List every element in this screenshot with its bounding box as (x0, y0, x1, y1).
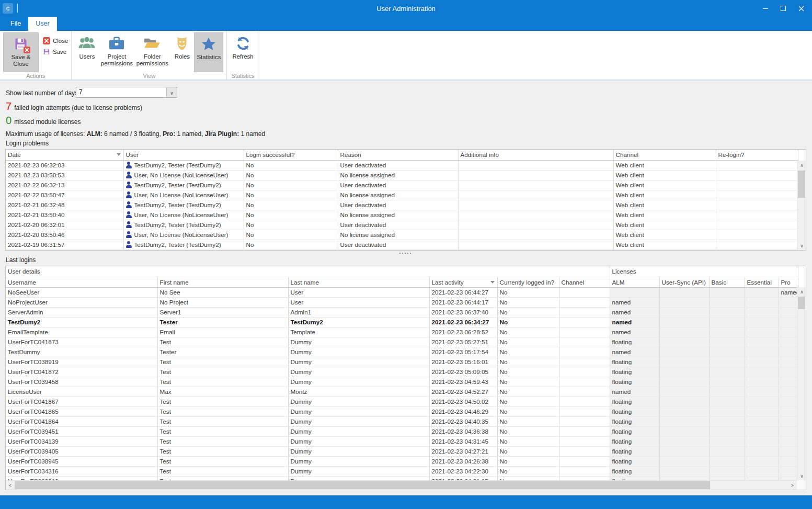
column-header[interactable]: Last name (288, 277, 429, 287)
cell: Web client (613, 240, 716, 250)
cell: No (497, 406, 559, 416)
column-header[interactable]: Basic (709, 277, 745, 287)
table-row[interactable]: EmailTemplateEmailTemplate2021-02-23 06:… (6, 327, 798, 337)
minimize-button[interactable] (759, 2, 772, 15)
table-row[interactable]: 2021-02-21 06:32:48TestDumy2, Tester (Te… (6, 200, 798, 210)
column-header[interactable]: Additional info (458, 150, 613, 160)
statistics-button[interactable]: Statistics (194, 32, 223, 72)
horizontal-scrollbar[interactable] (6, 480, 797, 490)
column-header[interactable]: Reason (338, 150, 458, 160)
user-icon (126, 231, 132, 238)
column-header[interactable]: Re-login? (716, 150, 798, 160)
close-button[interactable]: Close (43, 37, 68, 44)
tab-user[interactable]: User (28, 17, 56, 31)
column-header[interactable]: Essential (745, 277, 779, 287)
maximize-button[interactable] (776, 2, 790, 15)
column-header[interactable]: User-Sync (API) (659, 277, 709, 287)
users-button[interactable]: Users (75, 32, 99, 72)
column-header[interactable]: User (123, 150, 244, 160)
table-row[interactable]: UserForTC039405TestDummy2021-02-23 04:27… (6, 446, 798, 456)
scroll-up-icon[interactable] (797, 161, 806, 169)
roles-button[interactable]: Roles (170, 32, 194, 72)
cell: TestDumy2, Tester (TestDumy2) (123, 240, 244, 250)
table-row[interactable]: TestDummyTesterDummy2021-02-23 05:17:54N… (6, 347, 798, 357)
table-row[interactable]: 2021-02-20 03:50:46User, No License (NoL… (6, 230, 798, 240)
save-close-button[interactable]: Save & Close (3, 32, 39, 72)
cell (559, 387, 610, 397)
usage-segment: ALM: (87, 130, 102, 138)
table-row[interactable]: LicenseUserMaxMoritz2021-02-23 04:52:27N… (6, 387, 798, 397)
cell (745, 337, 779, 347)
cell: Web client (613, 160, 716, 170)
column-header[interactable]: Username (6, 277, 157, 287)
project-permissions-button[interactable]: Project permissions (99, 32, 134, 72)
cell (779, 416, 798, 426)
close-window-button[interactable] (794, 2, 808, 15)
scroll-right-icon[interactable] (788, 481, 797, 490)
scroll-left-icon[interactable] (6, 481, 15, 490)
cell: ServerAdmin (6, 307, 157, 317)
column-header[interactable]: Channel (559, 277, 610, 287)
scrollbar-thumb[interactable] (798, 297, 805, 309)
scroll-down-icon[interactable] (797, 241, 806, 250)
cell (779, 456, 798, 466)
table-row[interactable]: UserForTC034316TestDummy2021-02-23 04:22… (6, 466, 798, 476)
cell: 2021-02-19 06:31:57 (6, 240, 123, 250)
table-row[interactable]: UserForTC041864TestDummy2021-02-23 04:40… (6, 416, 798, 426)
scroll-up-icon[interactable] (797, 287, 806, 296)
close-label: Close (53, 38, 68, 44)
scrollbar-thumb[interactable] (15, 481, 710, 489)
table-row[interactable]: 2021-02-23 03:50:53User, No License (NoL… (6, 170, 798, 180)
table-row[interactable]: UserForTC038919TestDummy2021-02-23 05:16… (6, 357, 798, 367)
column-header[interactable]: Login successful? (244, 150, 338, 160)
table-row[interactable]: UserForTC041867TestDummy2021-02-23 04:50… (6, 397, 798, 406)
combo-dropdown-button[interactable] (166, 87, 177, 97)
table-row[interactable]: 2021-02-21 03:50:40User, No License (NoL… (6, 210, 798, 220)
scrollbar-thumb[interactable] (798, 171, 805, 198)
table-row[interactable]: NoSeeUserNo SeeUser2021-02-23 06:44:27No… (6, 287, 798, 297)
days-label: Show last number of days: (6, 89, 79, 97)
tab-file[interactable]: File (3, 17, 28, 31)
table-row[interactable]: TestDumy2TesterTestDumy22021-02-23 06:34… (6, 317, 798, 327)
cell: named (610, 387, 659, 397)
table-row[interactable]: 2021-02-23 06:32:03TestDumy2, Tester (Te… (6, 160, 798, 170)
table-row[interactable]: 2021-02-19 06:31:57TestDumy2, Tester (Te… (6, 240, 798, 250)
table-row[interactable]: ServerAdminServer1Admin12021-02-23 06:37… (6, 307, 798, 317)
table-row[interactable]: NoProjectUserNo ProjectUser2021-02-23 06… (6, 297, 798, 307)
cell: 2021-02-23 06:34:27 (429, 317, 497, 327)
cell (716, 220, 798, 230)
ribbon-tabs: File User (0, 17, 812, 31)
table-row[interactable]: UserForTC038945TestDummy2021-02-23 04:26… (6, 456, 798, 466)
table-row[interactable]: UserForTC039451TestDummy2021-02-23 04:36… (6, 426, 798, 436)
column-header[interactable]: Last activity (429, 277, 497, 287)
table-row[interactable]: UserForTC041865TestDummy2021-02-23 04:46… (6, 406, 798, 416)
scroll-down-icon[interactable] (797, 471, 806, 480)
cell (659, 387, 709, 397)
table-row[interactable]: UserForTC041872TestDummy2021-02-23 05:09… (6, 367, 798, 377)
cell (779, 377, 798, 387)
table-row[interactable]: UserForTC041873TestDummy2021-02-23 05:27… (6, 337, 798, 347)
table-row[interactable]: UserForTC039458TestDummy2021-02-23 04:59… (6, 377, 798, 387)
column-header[interactable]: Currently logged in? (497, 277, 559, 287)
days-combobox[interactable]: 7 (76, 87, 177, 98)
save-button[interactable]: Save (43, 48, 68, 55)
refresh-button[interactable]: Refresh (230, 32, 255, 72)
folder-permissions-button[interactable]: Folder permissions (134, 32, 170, 72)
vertical-scrollbar[interactable] (797, 161, 806, 250)
table-row[interactable]: 2021-02-22 06:32:13TestDumy2, Tester (Te… (6, 180, 798, 190)
vertical-scrollbar[interactable] (797, 287, 806, 480)
column-header[interactable]: First name (157, 277, 288, 287)
cell (745, 367, 779, 377)
column-header[interactable]: ALM (610, 277, 659, 287)
table-row[interactable]: 2021-02-22 03:50:47User, No License (NoL… (6, 190, 798, 200)
cell: No (244, 160, 338, 170)
cell: LicenseUser (6, 387, 157, 397)
cell: 2021-02-20 06:32:01 (6, 220, 123, 230)
column-header[interactable]: Pro (779, 277, 798, 287)
table-row[interactable]: 2021-02-20 06:32:01TestDumy2, Tester (Te… (6, 220, 798, 230)
column-header[interactable]: Channel (613, 150, 716, 160)
splitter-handle[interactable] (0, 250, 812, 256)
column-header[interactable]: Date (6, 150, 123, 160)
cell (559, 426, 610, 436)
table-row[interactable]: UserForTC034139TestDummy2021-02-23 04:31… (6, 436, 798, 446)
